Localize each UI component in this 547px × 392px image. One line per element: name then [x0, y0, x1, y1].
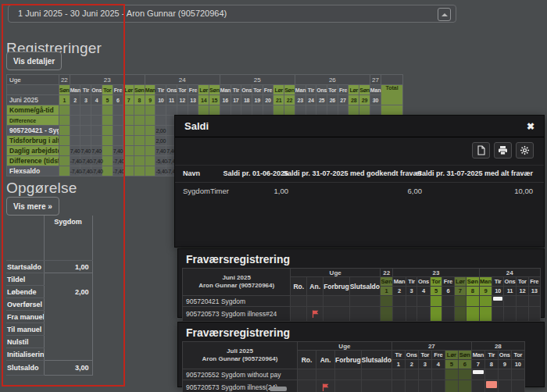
- day-cell: [91, 136, 102, 146]
- fravaer-panel-juli: Fraværsregistrering Juli 2025Aron Gunnar…: [177, 322, 545, 387]
- dayname-header: Man: [370, 85, 381, 95]
- frav-day-cell[interactable]: [406, 296, 417, 307]
- frav-dayname-header: Ons: [405, 351, 418, 360]
- frav-day-cell[interactable]: [380, 296, 392, 307]
- period-selector[interactable]: 1 Juni 2025 - 30 Juni 2025 - Aron Gunnar…: [8, 5, 456, 23]
- close-icon[interactable]: ✖: [527, 121, 534, 132]
- day-cell: [220, 105, 231, 116]
- frav-day-cell[interactable]: [503, 307, 516, 322]
- flag-icon: [322, 383, 329, 391]
- frav-stat-cell: [361, 369, 391, 380]
- registration-bar[interactable]: [493, 297, 502, 301]
- day-cell: [134, 105, 145, 116]
- day-cell: [123, 126, 134, 136]
- frav-day-cell[interactable]: [405, 369, 418, 380]
- frav-day-cell[interactable]: [498, 369, 511, 380]
- frav-day-cell[interactable]: [431, 369, 445, 380]
- frav-day-cell[interactable]: [405, 380, 418, 392]
- daynumber-header: 9: [145, 95, 156, 105]
- frav-daynumber-header: 1: [391, 360, 405, 369]
- frav-day-cell[interactable]: [479, 307, 492, 322]
- frav-day-cell[interactable]: [418, 380, 431, 392]
- frav-day-cell[interactable]: [418, 369, 431, 380]
- frav-day-cell[interactable]: [484, 380, 498, 392]
- settings-button[interactable]: [516, 142, 534, 159]
- day-cell: -7,40: [91, 156, 102, 166]
- frav-day-cell[interactable]: [445, 380, 458, 392]
- frav-day-cell[interactable]: [445, 369, 458, 380]
- vis-detaljer-button[interactable]: Vis detaljer: [6, 52, 62, 70]
- frav-day-cell[interactable]: [503, 296, 516, 307]
- frav-day-cell[interactable]: [471, 369, 484, 380]
- frav-daynumber-header: 1: [380, 287, 392, 296]
- day-cell: 7,40: [80, 146, 91, 156]
- frav-daynumber-header: 8: [484, 360, 498, 369]
- collapse-button[interactable]: [438, 8, 451, 21]
- frav-day-cell[interactable]: [471, 380, 484, 392]
- frav-day-cell[interactable]: [393, 307, 406, 322]
- daynumber-header: 15: [209, 95, 220, 105]
- frav-day-cell[interactable]: [511, 380, 524, 392]
- opgoerelse-table: SygdomStartsaldo1,00TildelLøbende2,00Ove…: [6, 216, 93, 376]
- frav-day-cell[interactable]: [417, 307, 430, 322]
- day-cell: [231, 105, 241, 116]
- frav-day-cell[interactable]: [458, 380, 471, 392]
- frav-day-cell[interactable]: [442, 307, 454, 322]
- frav-day-cell[interactable]: [492, 307, 504, 322]
- horizontal-scrollbar-thumb[interactable]: [270, 387, 287, 391]
- frav-day-cell[interactable]: [417, 296, 430, 307]
- daynumber-header: 6: [113, 95, 123, 105]
- opg-row-value: [44, 348, 92, 361]
- vis-mere-button[interactable]: Vis mere »: [6, 197, 59, 216]
- dayname-header: Fre: [263, 85, 274, 95]
- opg-row: Initialisering: [6, 348, 92, 361]
- frav-day-cell[interactable]: [442, 296, 454, 307]
- frav-day-cell[interactable]: [380, 307, 392, 322]
- week-number: 25: [220, 75, 295, 85]
- frav-day-cell[interactable]: [511, 369, 524, 380]
- frav-day-cell[interactable]: [454, 307, 467, 322]
- frav-day-cell[interactable]: [484, 369, 498, 380]
- day-cell: [156, 105, 166, 116]
- frav-day-cell[interactable]: [430, 307, 442, 322]
- dayname-header: Ons: [166, 85, 177, 95]
- frav-day-cell[interactable]: [492, 296, 504, 307]
- frav-daynumber-header: 7: [454, 287, 467, 296]
- saldi-col-1: Saldi pr. 01-06-2025: [223, 166, 288, 182]
- frav-day-cell[interactable]: [517, 296, 528, 307]
- frav-day-cell[interactable]: [479, 296, 492, 307]
- frav-stat-cell: [291, 307, 307, 322]
- frav-daynumber-header: 8: [467, 287, 479, 296]
- pdf-export-button[interactable]: [472, 142, 490, 159]
- frav-day-cell[interactable]: [391, 380, 405, 392]
- daynumber-header: 27: [338, 95, 349, 105]
- frav-day-cell[interactable]: [431, 380, 445, 392]
- day-cell: -5,40: [156, 166, 166, 176]
- frav-day-cell[interactable]: [467, 296, 479, 307]
- frav-day-cell[interactable]: [517, 307, 528, 322]
- frav-day-cell[interactable]: [467, 307, 479, 322]
- frav-day-cell[interactable]: [454, 296, 467, 307]
- frav-day-cell[interactable]: [528, 307, 540, 322]
- frav-day-cell[interactable]: [391, 369, 405, 380]
- frav-stat-cell: [361, 380, 391, 392]
- daynumber-header: 26: [327, 95, 338, 105]
- day-cell: [145, 105, 156, 116]
- print-button[interactable]: [494, 142, 512, 159]
- frav-stat-cell: [298, 369, 316, 380]
- frav-day-cell[interactable]: [458, 369, 471, 380]
- frav-person-label: Aron Gunnar (905720964): [183, 282, 290, 290]
- day-cell: [80, 105, 91, 116]
- frav-day-cell[interactable]: [528, 296, 540, 307]
- day-cell: 7,40: [156, 146, 166, 156]
- frav-dayname-header: Tir: [492, 277, 504, 287]
- registration-bar[interactable]: [486, 381, 497, 388]
- frav-day-cell[interactable]: [393, 296, 406, 307]
- frav-day-cell[interactable]: [406, 307, 417, 322]
- day-cell: [134, 136, 145, 146]
- registration-bar[interactable]: [473, 370, 484, 374]
- frav-day-cell[interactable]: [430, 296, 442, 307]
- frav-day-cell[interactable]: [498, 380, 511, 392]
- daynumber-header-row: Juni 20251234567891011121314151617181920…: [7, 95, 403, 105]
- opg-row-label: Nulstil: [6, 336, 44, 348]
